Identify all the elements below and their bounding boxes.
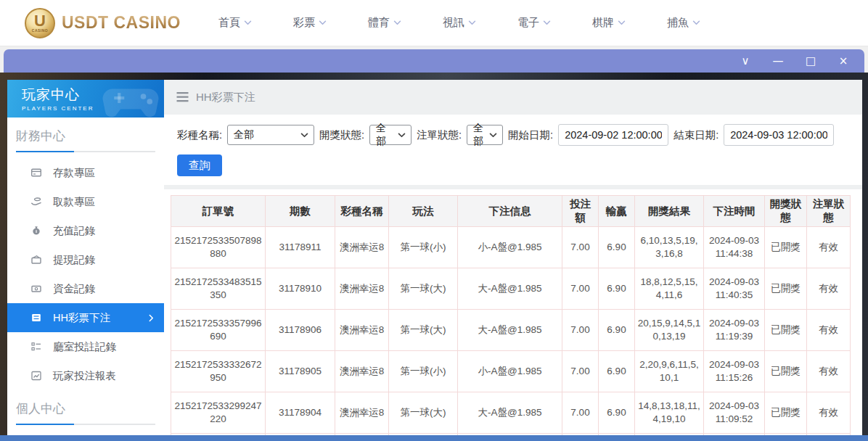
table-cell: 2152172533357996690	[171, 310, 266, 351]
nav-item-視訊[interactable]: 視訊	[443, 16, 476, 30]
table-cell: 31178911	[266, 227, 335, 268]
column-header: 開獎結果	[635, 196, 704, 227]
nav-item-首頁[interactable]: 首頁	[218, 16, 252, 30]
logo-icon: U CASINO	[25, 8, 55, 38]
collapse-button[interactable]: ∨	[739, 56, 752, 67]
desktop-area: ∨—□× 玩家中心 PLAYERS CENTER	[0, 46, 868, 441]
order-status-value: 全部	[473, 122, 485, 148]
sidebar-item-玩家投注報表[interactable]: 玩家投注報表	[7, 361, 164, 390]
nav-item-體育[interactable]: 體育	[368, 16, 401, 30]
chevron-down-icon	[468, 20, 476, 25]
chevron-down-icon	[244, 20, 252, 25]
table-cell: 2152172533507898880	[171, 227, 266, 268]
table-cell: 2024-09-03 11:40:35	[704, 268, 765, 310]
bets-table: 訂單號期數彩種名稱玩法下注信息投注額輸贏開獎結果下注時間開獎狀態注單狀態 215…	[171, 195, 851, 435]
chevron-down-icon	[398, 133, 406, 138]
table-cell: 31178910	[266, 268, 335, 310]
table-cell: 18,8,12,5,15,4,11,6	[635, 268, 704, 310]
sidebar-header: 玩家中心 PLAYERS CENTER	[7, 80, 164, 118]
column-header: 訂單號	[171, 196, 266, 227]
sidebar-item-label: 廳室投註記錄	[53, 340, 116, 354]
table-cell: 7.00	[562, 351, 599, 392]
draw-status-label: 開獎狀態:	[319, 128, 364, 142]
chevron-down-icon: ∨	[742, 54, 750, 67]
filter-row: 彩種名稱: 全部 開獎狀態: 全部	[177, 124, 862, 146]
start-date-input[interactable]	[558, 124, 668, 146]
chevron-down-icon	[543, 20, 551, 25]
nav-item-棋牌[interactable]: 棋牌	[592, 16, 626, 30]
breadcrumb: HH彩票下注	[164, 80, 862, 115]
table-row: 215217253350789888031178911澳洲幸运8第一球(小)小-…	[171, 227, 851, 268]
sidebar-item-label: HH彩票下注	[53, 311, 110, 325]
table-cell: 澳洲幸运8	[335, 268, 389, 310]
sidebar-item-存款專區[interactable]: 存款專區	[7, 158, 164, 187]
table-cell: 澳洲幸运8	[335, 310, 389, 351]
table-cell: 6.90	[599, 268, 635, 310]
logo-caption: CASINO	[32, 28, 48, 33]
sidebar-item-資金記錄[interactable]: 資金記錄	[7, 274, 164, 303]
chevron-right-icon	[149, 314, 154, 322]
table-row: 215217253335799669031178906澳洲幸运8第一球(大)大-…	[171, 310, 851, 351]
table-cell: 第一球(大)	[389, 392, 458, 434]
order-status-select[interactable]: 全部	[467, 125, 503, 145]
window-bottom-edge	[0, 435, 868, 441]
table-cell: 2152172533299247220	[171, 392, 266, 434]
table-cell: 已開獎	[765, 351, 807, 392]
table-row: 215217253333267295031178905澳洲幸运8第一球(小)小-…	[171, 351, 851, 392]
maximize-icon: □	[806, 54, 816, 67]
column-header: 注單狀態	[807, 196, 851, 227]
draw-status-select[interactable]: 全部	[369, 125, 412, 145]
gamepad-icon	[100, 81, 161, 118]
sidebar-item-取款專區[interactable]: 取款專區	[7, 187, 164, 216]
section-label: 個人中心	[7, 390, 164, 417]
table-cell: 有效	[807, 227, 851, 268]
search-button[interactable]: 查詢	[177, 154, 222, 176]
table-cell: 已開獎	[765, 227, 807, 268]
table-cell: 有效	[807, 268, 851, 310]
chart-icon	[30, 370, 42, 382]
table-cell: 第一球(大)	[389, 268, 458, 310]
table-cell: 有效	[807, 351, 851, 392]
table-cell: 6.90	[599, 310, 635, 351]
sidebar: 玩家中心 PLAYERS CENTER 財務中心存款專區取款專區充值記錄提現記錄…	[7, 80, 164, 435]
wallet-icon	[30, 254, 42, 265]
column-header: 輸贏	[599, 196, 635, 227]
lottery-type-select[interactable]: 全部	[227, 125, 314, 145]
sidebar-item-HH彩票下注[interactable]: HH彩票下注	[7, 303, 164, 332]
maximize-button[interactable]: □	[804, 56, 817, 67]
nav-item-電子[interactable]: 電子	[517, 16, 551, 30]
table-cell: 14,8,13,18,11,4,19,10	[635, 392, 704, 434]
logo-text: USDT CASINO	[62, 13, 181, 33]
banknote-icon	[30, 283, 42, 294]
minimize-button[interactable]: —	[771, 56, 785, 67]
table-cell: 7.00	[562, 268, 599, 310]
table-body: 215217253350789888031178911澳洲幸运8第一球(小)小-…	[171, 227, 851, 436]
nav-item-label: 電子	[517, 16, 539, 30]
sidebar-item-label: 存款專區	[53, 166, 95, 180]
chevron-down-icon	[618, 20, 626, 25]
close-icon: ×	[839, 54, 848, 67]
table-cell: 大-A盤@1.985	[458, 310, 562, 351]
table-cell: 6,10,13,5,19,3,16,8	[635, 227, 704, 268]
table-cell: 澳洲幸运8	[335, 227, 389, 268]
close-button[interactable]: ×	[837, 56, 850, 67]
nav-item-彩票[interactable]: 彩票	[293, 16, 327, 30]
chevron-down-icon	[300, 133, 308, 138]
window-titlebar[interactable]: ∨—□×	[4, 49, 864, 73]
sidebar-item-充值記錄[interactable]: 充值記錄	[7, 216, 164, 245]
table-cell: 小-A盤@1.985	[458, 351, 562, 392]
sidebar-item-廳室投註記錄[interactable]: 廳室投註記錄	[7, 332, 164, 361]
hamburger-icon[interactable]	[176, 92, 189, 102]
table-cell: 有效	[807, 310, 851, 351]
chevron-down-icon	[393, 20, 401, 25]
nav-item-捕魚[interactable]: 捕魚	[667, 16, 700, 30]
table-cell: 2152172533483515350	[171, 268, 266, 310]
table-cell: 6.90	[599, 351, 635, 392]
order-status-label: 注單狀態:	[417, 128, 462, 142]
nav-item-label: 捕魚	[667, 16, 689, 30]
filter-panel: 彩種名稱: 全部 開獎狀態: 全部	[164, 115, 862, 189]
site-logo[interactable]: U CASINO USDT CASINO	[25, 8, 181, 38]
end-date-input[interactable]	[724, 124, 834, 146]
sidebar-item-提現記錄[interactable]: 提現記錄	[7, 245, 164, 274]
nav-item-label: 棋牌	[592, 16, 614, 30]
